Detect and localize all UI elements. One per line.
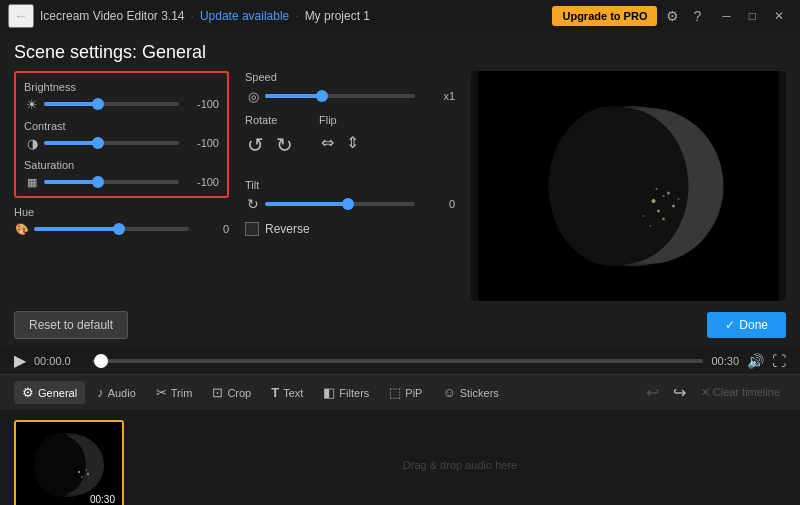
toolbar: ⚙ General ♪ Audio ✂ Trim ⊡ Crop T Text ◧… [0, 374, 800, 410]
settings-icon-button[interactable]: ⚙ [661, 6, 684, 26]
contrast-value: -100 [183, 137, 219, 149]
stickers-label: Stickers [460, 387, 499, 399]
svg-point-19 [34, 435, 86, 495]
svg-point-5 [652, 199, 656, 203]
reset-button[interactable]: Reset to default [14, 311, 128, 339]
undo-button[interactable]: ↩ [641, 381, 664, 404]
update-link[interactable]: Update available [200, 9, 289, 23]
clear-timeline-button[interactable]: ✕ Clear timeline [695, 384, 786, 401]
svg-point-6 [657, 210, 660, 213]
svg-point-8 [672, 205, 675, 208]
hue-slider-container: 🎨 0 [14, 221, 229, 237]
brightness-row: Brightness ☀ -100 [24, 81, 219, 112]
clip-thumbnail [16, 422, 122, 505]
rotate-label: Rotate [245, 114, 295, 126]
svg-point-10 [656, 188, 658, 190]
toolbar-right: ↩ ↪ ✕ Clear timeline [641, 381, 786, 404]
toolbar-item-trim[interactable]: ✂ Trim [148, 381, 201, 404]
speed-slider[interactable] [265, 94, 415, 98]
contrast-thumb[interactable] [92, 137, 104, 149]
toolbar-item-stickers[interactable]: ☺ Stickers [434, 381, 506, 404]
trim-label: Trim [171, 387, 193, 399]
maximize-button[interactable]: □ [741, 7, 764, 25]
svg-point-22 [85, 469, 86, 470]
timeline: 00:30 Drag & drop audio here [0, 410, 800, 505]
toolbar-item-crop[interactable]: ⊡ Crop [204, 381, 259, 404]
hue-label: Hue [14, 206, 229, 218]
close-button[interactable]: ✕ [766, 7, 792, 25]
saturation-slider[interactable] [44, 180, 179, 184]
svg-point-23 [87, 473, 89, 475]
rotate-ccw-button[interactable]: ↺ [245, 131, 266, 159]
tilt-slider[interactable] [265, 202, 415, 206]
back-button[interactable]: ← [8, 4, 34, 28]
saturation-thumb[interactable] [92, 176, 104, 188]
help-icon-button[interactable]: ? [688, 6, 706, 26]
filters-label: Filters [339, 387, 369, 399]
crop-label: Crop [227, 387, 251, 399]
contrast-label: Contrast [24, 120, 219, 132]
title-bar-left: ← Icecream Video Editor 3.14 · Update av… [8, 4, 544, 28]
done-button[interactable]: ✓ Done [707, 312, 786, 338]
fullscreen-button[interactable]: ⛶ [772, 353, 786, 369]
hue-icon: 🎨 [14, 221, 30, 237]
toolbar-item-general[interactable]: ⚙ General [14, 381, 85, 404]
brightness-slider-container: ☀ -100 [24, 96, 219, 112]
speed-icon: ◎ [245, 88, 261, 104]
separator2: · [295, 9, 298, 23]
hue-thumb[interactable] [113, 223, 125, 235]
brightness-fill [44, 102, 98, 106]
play-button[interactable]: ▶ [14, 351, 26, 370]
reverse-checkbox[interactable] [245, 222, 259, 236]
project-name: My project 1 [305, 9, 370, 23]
middle-panel: Speed ◎ x1 Rotate ↺ ↻ Flip [245, 71, 455, 301]
rotate-cw-button[interactable]: ↻ [274, 131, 295, 159]
crop-icon: ⊡ [212, 385, 223, 400]
tilt-value: 0 [419, 198, 455, 210]
progress-bar[interactable] [92, 359, 703, 363]
flip-horizontal-button[interactable]: ⇔ [319, 131, 336, 154]
volume-button[interactable]: 🔊 [747, 353, 764, 369]
redo-button[interactable]: ↪ [668, 381, 691, 404]
tilt-group: Tilt ↻ 0 [245, 179, 455, 212]
text-icon: T [271, 385, 279, 400]
audio-label: Audio [108, 387, 136, 399]
brightness-icon: ☀ [24, 96, 40, 112]
brightness-slider[interactable] [44, 102, 179, 106]
hue-fill [34, 227, 119, 231]
hue-value: 0 [193, 223, 229, 235]
preview-panel [471, 71, 786, 301]
saturation-icon: ▦ [24, 174, 40, 190]
tilt-fill [265, 202, 348, 206]
brightness-value: -100 [183, 98, 219, 110]
speed-group: Speed ◎ x1 [245, 71, 455, 104]
contrast-row: Contrast ◑ -100 [24, 120, 219, 151]
contrast-slider[interactable] [44, 141, 179, 145]
toolbar-item-filters[interactable]: ◧ Filters [315, 381, 377, 404]
flip-vertical-button[interactable]: ⇕ [344, 131, 361, 154]
left-panel: Brightness ☀ -100 Contrast ◑ [14, 71, 229, 301]
page-title: Scene settings: General [0, 32, 800, 71]
hue-slider[interactable] [34, 227, 189, 231]
progress-thumb[interactable] [94, 354, 108, 368]
timeline-clip[interactable]: 00:30 [14, 420, 124, 505]
title-bar-right: Upgrade to PRO ⚙ ? ─ □ ✕ [552, 6, 792, 26]
minimize-button[interactable]: ─ [714, 7, 739, 25]
general-label: General [38, 387, 77, 399]
reverse-row: Reverse [245, 222, 455, 236]
saturation-slider-container: ▦ -100 [24, 174, 219, 190]
upgrade-button[interactable]: Upgrade to PRO [552, 6, 657, 26]
speed-thumb[interactable] [316, 90, 328, 102]
tilt-thumb[interactable] [342, 198, 354, 210]
saturation-value: -100 [183, 176, 219, 188]
speed-value: x1 [419, 90, 455, 102]
drag-hint: Drag & drop audio here [134, 459, 786, 471]
speed-slider-container: ◎ x1 [245, 88, 455, 104]
brightness-thumb[interactable] [92, 98, 104, 110]
toolbar-item-audio[interactable]: ♪ Audio [89, 381, 144, 404]
text-label: Text [283, 387, 303, 399]
toolbar-item-pip[interactable]: ⬚ PiP [381, 381, 430, 404]
tilt-label: Tilt [245, 179, 455, 191]
rotate-group: Rotate ↺ ↻ [245, 114, 295, 159]
toolbar-item-text[interactable]: T Text [263, 381, 311, 404]
